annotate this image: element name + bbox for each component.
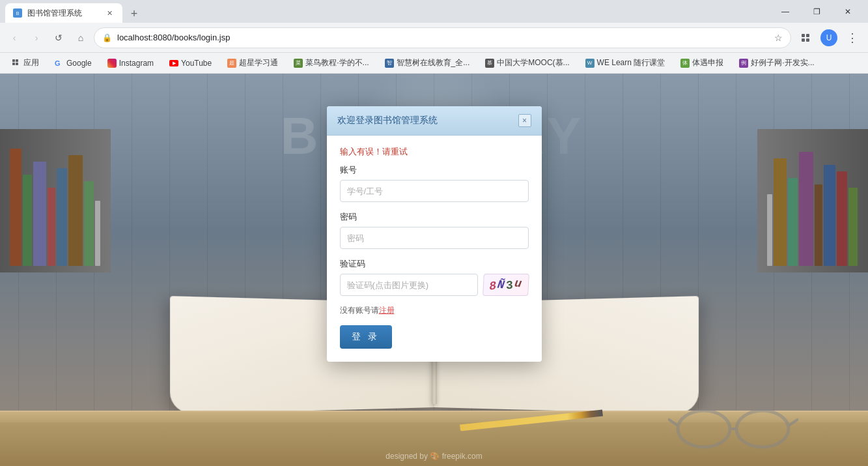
- captcha-char-4: u: [513, 276, 524, 290]
- bookmark-caoniao[interactable]: 菜 菜鸟教程·学的不...: [287, 55, 375, 71]
- menu-icon[interactable]: ⋮: [842, 27, 863, 48]
- svg-rect-8: [12, 63, 15, 65]
- profile-avatar[interactable]: U: [819, 27, 839, 48]
- dialog-body: 输入有误！请重试 账号 密码 验证码: [327, 136, 542, 362]
- extensions-icon[interactable]: [795, 27, 816, 48]
- register-hint-text: 没有账号请: [340, 306, 379, 315]
- captcha-char-2: Ñ: [496, 278, 506, 291]
- mooc-label: 中国大学MOOC(慕...: [497, 57, 569, 68]
- password-input[interactable]: [340, 227, 529, 249]
- tab-area: B 图书馆管理系统 ✕ +: [5, 0, 770, 23]
- new-tab-button[interactable]: +: [125, 5, 143, 23]
- main-content: BOOKDAY: [0, 74, 868, 466]
- dialog-title: 欢迎登录图书馆管理系统: [337, 115, 438, 126]
- svg-rect-4: [802, 38, 805, 42]
- home-button[interactable]: ⌂: [72, 29, 90, 47]
- apps-label: 应用: [23, 57, 39, 68]
- bookmark-youtube[interactable]: ▶ YouTube: [163, 55, 218, 71]
- captcha-label: 验证码: [340, 258, 529, 270]
- address-bar: ‹ › ↺ ⌂ 🔒 localhost:8080/books/login.jsp…: [0, 23, 868, 53]
- dialog-close-button[interactable]: ×: [518, 114, 531, 127]
- password-field-group: 密码: [340, 211, 529, 249]
- reload-button[interactable]: ↺: [49, 29, 68, 47]
- profile-icon: U: [820, 29, 837, 46]
- youtube-label: YouTube: [181, 59, 212, 68]
- bookmark-zhihuishu[interactable]: 智 智慧树在线教育_全...: [378, 55, 477, 71]
- account-label: 账号: [340, 164, 529, 176]
- account-input[interactable]: [340, 180, 529, 202]
- account-field-group: 账号: [340, 164, 529, 202]
- bookmark-star-icon[interactable]: ☆: [774, 33, 783, 43]
- tab-close-button[interactable]: ✕: [104, 8, 115, 18]
- tab-favicon: B: [13, 8, 22, 18]
- svg-rect-6: [12, 59, 15, 62]
- google-label: Google: [66, 59, 92, 68]
- error-message: 输入有误！请重试: [340, 146, 529, 158]
- bookmark-apps[interactable]: 应用: [5, 55, 46, 71]
- welearn-label: WE Learn 随行课堂: [597, 57, 665, 68]
- captcha-char-1: 8: [488, 279, 498, 293]
- url-text: localhost:8080/books/login.jsp: [117, 33, 769, 42]
- svg-rect-9: [16, 63, 18, 65]
- login-button[interactable]: 登 录: [340, 325, 392, 349]
- svg-rect-2: [802, 34, 805, 37]
- back-button[interactable]: ‹: [5, 29, 23, 47]
- minimize-button[interactable]: —: [770, 0, 800, 23]
- url-bar[interactable]: 🔒 localhost:8080/books/login.jsp ☆: [94, 27, 791, 48]
- register-hint: 没有账号请注册: [340, 305, 529, 316]
- register-link[interactable]: 注册: [379, 306, 395, 315]
- chrome-browser: B 图书馆管理系统 ✕ + — ❐ ✕ ‹ › ↺ ⌂ 🔒 localhost:…: [0, 0, 868, 466]
- window-controls: — ❐ ✕: [770, 0, 863, 23]
- tiyushen-label: 体遇申报: [692, 57, 723, 68]
- close-button[interactable]: ✕: [833, 0, 863, 23]
- svg-rect-3: [806, 34, 809, 37]
- bookmark-haolizi[interactable]: 例 好例子网·开发实...: [733, 55, 820, 71]
- svg-text:B: B: [16, 11, 20, 16]
- bookmark-mooc[interactable]: 慕 中国大学MOOC(慕...: [479, 55, 576, 71]
- tab-title: 图书馆管理系统: [27, 8, 99, 19]
- security-lock-icon: 🔒: [102, 33, 112, 42]
- forward-button[interactable]: ›: [27, 29, 46, 47]
- captcha-field-group: 验证码 8Ñ3u: [340, 258, 529, 296]
- dialog-header: 欢迎登录图书馆管理系统 ×: [327, 106, 542, 136]
- chaoxing-label: 超星学习通: [239, 57, 278, 68]
- bookmark-instagram[interactable]: Instagram: [101, 55, 160, 71]
- caoniao-label: 菜鸟教程·学的不...: [305, 57, 369, 68]
- zhihuishu-label: 智慧树在线教育_全...: [397, 57, 470, 68]
- bookmark-chaoxing[interactable]: 超 超星学习通: [221, 55, 285, 71]
- bookmark-tiyushen[interactable]: 体 体遇申报: [674, 55, 730, 71]
- captcha-image[interactable]: 8Ñ3u: [483, 274, 529, 296]
- svg-rect-5: [806, 38, 809, 42]
- login-dialog: 欢迎登录图书馆管理系统 × 输入有误！请重试 账号 密码: [327, 106, 542, 362]
- dialog-overlay: 欢迎登录图书馆管理系统 × 输入有误！请重试 账号 密码: [0, 74, 868, 466]
- bookmark-google[interactable]: G Google: [48, 55, 98, 71]
- bookmark-welearn[interactable]: W WE Learn 随行课堂: [579, 55, 672, 71]
- active-tab[interactable]: B 图书馆管理系统 ✕: [5, 3, 122, 23]
- toolbar-icons: U ⋮: [795, 27, 863, 48]
- maximize-button[interactable]: ❐: [802, 0, 832, 23]
- instagram-label: Instagram: [119, 59, 154, 68]
- captcha-row: 8Ñ3u: [340, 274, 529, 296]
- three-dots-icon: ⋮: [847, 31, 858, 45]
- captcha-input[interactable]: [340, 274, 478, 296]
- haolizi-label: 好例子网·开发实...: [751, 57, 814, 68]
- captcha-char-3: 3: [505, 279, 514, 293]
- svg-text:G: G: [55, 59, 61, 67]
- bookmarks-bar: 应用 G Google Instagram ▶ YouTube 超 超星学习通 …: [0, 53, 868, 74]
- title-bar: B 图书馆管理系统 ✕ + — ❐ ✕: [0, 0, 868, 23]
- svg-rect-7: [16, 59, 18, 62]
- password-label: 密码: [340, 211, 529, 223]
